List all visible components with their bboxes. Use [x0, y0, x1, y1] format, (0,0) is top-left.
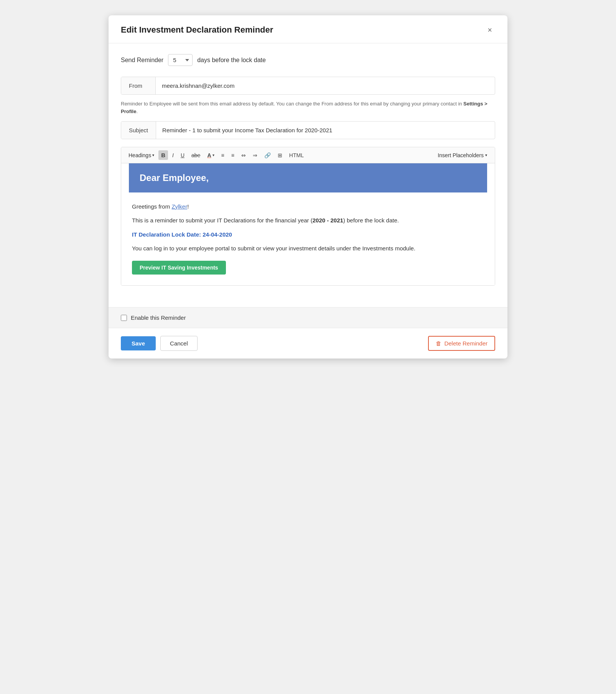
send-reminder-label: Send Reminder — [121, 57, 163, 64]
headings-chevron-icon: ▾ — [152, 153, 154, 157]
ordered-list-button[interactable]: ≡ — [229, 151, 237, 160]
bold-button[interactable]: B — [158, 150, 168, 160]
close-button[interactable]: × — [484, 25, 495, 35]
underline-button[interactable]: U — [178, 151, 187, 160]
font-color-button[interactable]: A ▾ — [204, 151, 217, 160]
modal-footer: Save Cancel 🗑 Delete Reminder — [109, 328, 507, 359]
delete-reminder-button[interactable]: 🗑 Delete Reminder — [428, 336, 495, 351]
indent-icon: ⇒ — [253, 152, 257, 158]
image-icon: ⊞ — [278, 152, 282, 158]
align-icon: ⇔ — [241, 152, 246, 158]
subject-section: Subject Reminder - 1 to submit your Inco… — [121, 121, 495, 139]
modal-container: Edit Investment Declaration Reminder × S… — [109, 15, 507, 359]
strikethrough-button[interactable]: abe — [189, 151, 203, 160]
font-color-chevron-icon: ▾ — [212, 153, 214, 157]
editor-toolbar: Headings ▾ B I U abe A ▾ ≡ ≡ ⇔ — [121, 147, 495, 163]
indent-button[interactable]: ⇒ — [250, 151, 260, 160]
editor-container: Headings ▾ B I U abe A ▾ ≡ ≡ ⇔ — [121, 147, 495, 286]
editor-content[interactable]: Dear Employee, Greetings from Zylker! Th… — [121, 163, 495, 285]
subject-value: Reminder - 1 to submit your Income Tax D… — [156, 122, 495, 139]
image-button[interactable]: ⊞ — [275, 151, 285, 160]
days-after-label: days before the lock date — [197, 57, 266, 64]
enable-reminder-row: Enable this Reminder — [109, 307, 507, 328]
subject-row: Subject Reminder - 1 to submit your Inco… — [121, 122, 495, 139]
email-header-banner: Dear Employee, — [129, 163, 487, 192]
enable-reminder-checkbox[interactable] — [121, 315, 127, 321]
enable-reminder-label: Enable this Reminder — [131, 314, 186, 321]
trash-icon: 🗑 — [436, 340, 441, 347]
bullet-list-button[interactable]: ≡ — [219, 151, 227, 160]
email-paragraph-1: This is a reminder to submit your IT Dec… — [132, 216, 484, 225]
font-color-label: A — [207, 152, 211, 158]
email-dear-employee: Dear Employee, — [140, 173, 209, 183]
email-lock-date: IT Declaration Lock Date: 24-04-2020 — [132, 231, 484, 238]
from-hint-text: Reminder to Employee will be sent from t… — [121, 101, 463, 107]
modal-title: Edit Investment Declaration Reminder — [121, 25, 273, 35]
from-label: From — [121, 77, 156, 94]
email-body: Greetings from Zylker! This is a reminde… — [129, 200, 487, 278]
from-hint-end: . — [136, 109, 138, 114]
email-greeting: Greetings from Zylker! — [132, 203, 484, 210]
preview-it-button[interactable]: Preview IT Saving Investments — [132, 261, 226, 275]
align-button[interactable]: ⇔ — [239, 151, 249, 160]
from-section: From meera.krishnan@zylker.com — [121, 77, 495, 95]
subject-label: Subject — [121, 122, 156, 139]
from-row: From meera.krishnan@zylker.com — [121, 77, 495, 94]
days-select[interactable]: 1 2 3 4 5 7 10 15 30 — [168, 54, 193, 66]
link-button[interactable]: 🔗 — [262, 151, 273, 160]
placeholders-chevron-icon: ▾ — [485, 153, 487, 157]
email-invest-paragraph: You can log in to your employee portal t… — [132, 244, 484, 253]
bullet-list-icon: ≡ — [221, 152, 224, 158]
save-button[interactable]: Save — [121, 336, 156, 350]
headings-button[interactable]: Headings ▾ — [126, 151, 157, 160]
send-reminder-row: Send Reminder 1 2 3 4 5 7 10 15 30 days … — [121, 54, 495, 66]
year-bold: 2020 - 2021 — [313, 217, 343, 224]
html-button[interactable]: HTML — [287, 151, 306, 160]
from-value: meera.krishnan@zylker.com — [156, 77, 495, 94]
italic-button[interactable]: I — [170, 151, 176, 160]
cancel-button[interactable]: Cancel — [160, 336, 198, 351]
ordered-list-icon: ≡ — [231, 152, 234, 158]
from-hint: Reminder to Employee will be sent from t… — [121, 98, 495, 121]
link-icon: 🔗 — [264, 152, 271, 158]
modal-header: Edit Investment Declaration Reminder × — [109, 15, 507, 43]
company-name-link: Zylker — [171, 203, 187, 210]
insert-placeholders-button[interactable]: Insert Placeholders ▾ — [435, 151, 490, 160]
modal-body: Send Reminder 1 2 3 4 5 7 10 15 30 days … — [109, 43, 507, 307]
